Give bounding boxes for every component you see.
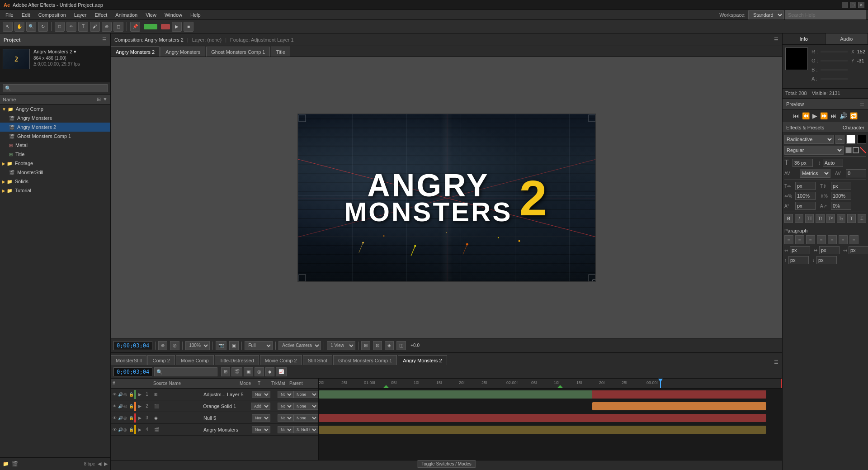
layer-3-parent[interactable]: None	[293, 414, 318, 422]
tree-item-monsterstill[interactable]: 🎬 MonsterStill	[0, 168, 110, 177]
layer-3-tbkmat[interactable]: No...	[278, 414, 293, 422]
char-tracking-input[interactable]	[846, 169, 866, 177]
char-vscale-pct[interactable]	[831, 192, 851, 200]
align-center-btn[interactable]: ≡	[795, 235, 804, 244]
comp-header-collapse[interactable]: ☰	[774, 37, 778, 43]
rp-tab-audio[interactable]: Audio	[826, 33, 868, 44]
snap-btn[interactable]: ⊕	[158, 341, 167, 350]
tl-tab-title-distressed[interactable]: Title-Distressed	[215, 355, 259, 365]
super-btn[interactable]: T²	[826, 214, 835, 223]
layer-4-lock-icon[interactable]: 🔒	[129, 427, 133, 432]
layer-2-expand[interactable]: ▶	[138, 404, 142, 408]
audio-btn[interactable]: 🔊	[840, 112, 847, 119]
underline-btn[interactable]: T	[847, 214, 856, 223]
maximize-button[interactable]: □	[850, 2, 856, 8]
name-sort-btn[interactable]: ⊞	[97, 96, 101, 102]
switches-btn[interactable]: ▣	[244, 367, 253, 376]
layer-1-parent[interactable]: None	[293, 391, 318, 398]
viewer-tab-angry-monsters[interactable]: Angry Monsters	[160, 47, 205, 57]
justify-btn[interactable]: ≡	[817, 235, 826, 244]
viewer-tab-ghost-monsters[interactable]: Ghost Monsters Comp 1	[206, 47, 270, 57]
zoom-select[interactable]: 100% 50% 200%	[185, 341, 210, 350]
rect-tool-button[interactable]: □	[55, 22, 65, 32]
layer-2-lock-icon[interactable]: 🔒	[129, 404, 133, 408]
grid-btn[interactable]: ⊞	[361, 341, 370, 350]
view-select[interactable]: 1 View 2 Views 4 Views	[327, 341, 355, 350]
smallcaps-btn[interactable]: Tt	[816, 214, 824, 223]
track-bar-1b[interactable]	[592, 390, 766, 399]
new-comp-btn[interactable]: 🎬	[12, 461, 18, 467]
layer-2-name[interactable]: Orange Solid 1	[201, 404, 251, 409]
sub-btn[interactable]: T₂	[837, 214, 845, 223]
justify-all-btn[interactable]: ≡	[828, 235, 837, 244]
viewer-tab-angry-monsters-2[interactable]: Angry Monsters 2	[111, 47, 160, 57]
tree-item-ghost-monsters[interactable]: 🎬 Ghost Monsters Comp 1	[0, 132, 110, 141]
3d-view-btn[interactable]: ◈	[385, 341, 394, 350]
show-channel-btn[interactable]: ▣	[229, 341, 239, 350]
tl-panel-menu[interactable]: ☰	[770, 359, 782, 365]
align-left-btn[interactable]: ≡	[784, 235, 793, 244]
viewer-time-display[interactable]: 0;00;03;04	[113, 341, 152, 350]
layer-2-audio-icon[interactable]: 🔊	[118, 404, 123, 408]
motion-blur-btn[interactable]: ◎	[170, 341, 179, 350]
layer-3-audio-icon[interactable]: 🔊	[118, 416, 123, 420]
track-bar-3[interactable]	[319, 414, 766, 422]
menu-animation[interactable]: Animation	[112, 11, 141, 19]
menu-composition[interactable]: Composition	[35, 11, 70, 19]
menu-file[interactable]: File	[2, 11, 17, 19]
project-panel-minimize[interactable]: –	[98, 37, 101, 43]
quality-select[interactable]: Full Half Quarter	[245, 341, 273, 350]
layer-1-audio-icon[interactable]: 🔊	[118, 392, 123, 397]
play-btn[interactable]: ▶	[172, 22, 182, 32]
char-style-select[interactable]: Regular	[784, 146, 844, 155]
color-swatch[interactable]	[785, 47, 808, 70]
tree-item-title[interactable]: ⊞ Title	[0, 150, 110, 159]
layer-3-solo-icon[interactable]: ◎	[123, 416, 128, 420]
tree-item-angry-monsters-2[interactable]: 🎬 Angry Monsters 2	[0, 123, 110, 132]
layer-4-visibility-icon[interactable]: 👁	[113, 427, 117, 432]
justify-right-btn[interactable]: ≡	[839, 235, 848, 244]
first-frame-btn[interactable]: ⏮	[793, 112, 799, 119]
preview-menu[interactable]: ☰	[860, 101, 864, 107]
project-search-input[interactable]	[3, 84, 108, 92]
layer-4-solo-icon[interactable]: ◎	[123, 427, 128, 432]
layer-4-expand[interactable]: ▶	[138, 427, 142, 432]
rp-tab-info[interactable]: Info	[783, 33, 826, 44]
project-panel-menu[interactable]: ☰	[102, 37, 107, 43]
char-pencil-btn[interactable]: ✏	[835, 135, 844, 144]
tree-item-angry-comp[interactable]: ▼ 📁 Angry Comp	[0, 104, 110, 114]
menu-effect[interactable]: Effect	[91, 11, 111, 19]
space-before-input[interactable]	[788, 256, 809, 264]
char-color-white[interactable]	[846, 135, 855, 144]
char-hscale-input[interactable]	[795, 182, 816, 190]
select-tool-button[interactable]: ↖	[3, 22, 13, 32]
play-pause-btn[interactable]: ▶	[812, 112, 817, 119]
graph-editor-btn[interactable]: 📈	[276, 367, 287, 376]
bold-btn[interactable]: B	[784, 214, 793, 223]
comp-button[interactable]: 🎬	[231, 367, 242, 376]
caps-btn[interactable]: TT	[805, 214, 814, 223]
layer-2-solo-icon[interactable]: ◎	[123, 404, 128, 408]
layer-3-expand[interactable]: ▶	[138, 416, 142, 420]
project-settings-btn[interactable]: ◀	[98, 461, 101, 467]
menu-view[interactable]: View	[142, 11, 160, 19]
char-tskew-input[interactable]	[831, 202, 851, 210]
layer-2-tbkmat[interactable]: No...	[278, 403, 293, 410]
layer-4-parent[interactable]: 3. Null 5	[293, 426, 318, 433]
space-after-input[interactable]	[816, 256, 837, 264]
tree-item-tutorial[interactable]: ▶ 📁 Tutorial	[0, 186, 110, 195]
layer-1-expand[interactable]: ▶	[138, 392, 142, 397]
snapshot-btn[interactable]: 📷	[216, 341, 226, 350]
menu-layer[interactable]: Layer	[71, 11, 90, 19]
loop-btn[interactable]: 🔁	[850, 112, 858, 119]
safe-margins-btn[interactable]: ⊡	[373, 341, 382, 350]
tree-item-footage[interactable]: ▶ 📁 Footage	[0, 159, 110, 168]
layer-1-tbkmat[interactable]: No...	[278, 391, 293, 398]
layer-4-name[interactable]: Angry Monsters	[202, 427, 252, 432]
char-font-select[interactable]: Radioactive	[784, 135, 834, 144]
workspace-select[interactable]: Standard	[748, 10, 784, 19]
indent-first-input[interactable]	[849, 246, 868, 254]
layer-1-lock-icon[interactable]: 🔒	[129, 392, 133, 397]
layer-2-visibility-icon[interactable]: 👁	[113, 404, 117, 408]
zoom-tool-button[interactable]: 🔍	[26, 22, 36, 32]
